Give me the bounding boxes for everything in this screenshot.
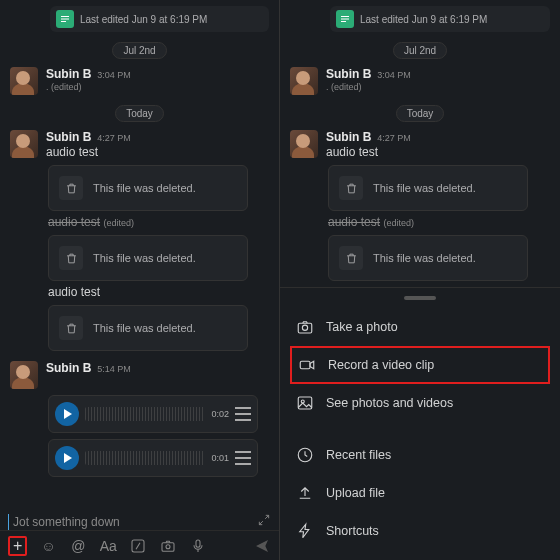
sender-name[interactable]: Subin B	[46, 361, 91, 375]
svg-point-2	[166, 544, 170, 548]
mention-icon[interactable]: @	[69, 537, 87, 555]
svg-rect-3	[196, 540, 200, 547]
attachment-sheet: Take a photo Record a video clip See pho…	[280, 287, 560, 560]
last-edited-banner: Last edited Jun 9 at 6:19 PM	[50, 6, 269, 32]
expand-icon[interactable]	[257, 513, 271, 530]
last-edited-text: Last edited Jun 9 at 6:19 PM	[80, 14, 207, 25]
play-button[interactable]	[55, 446, 79, 470]
upload-file-option[interactable]: Upload file	[280, 474, 560, 512]
shortcuts-option[interactable]: Shortcuts	[280, 512, 560, 550]
doc-icon	[336, 10, 354, 28]
message-row: Subin B4:27 PM audio test	[0, 126, 279, 159]
sender-name[interactable]: Subin B	[46, 67, 91, 81]
camera-icon[interactable]	[159, 537, 177, 555]
camera-icon	[296, 318, 314, 336]
audio-elapsed: 0:02	[211, 409, 229, 419]
svg-point-5	[302, 325, 307, 330]
message-placeholder: Jot something down	[13, 515, 120, 529]
chat-pane-right: Last edited Jun 9 at 6:19 PM Jul 2nd Sub…	[280, 0, 560, 560]
composer-toolbar: + ☺ @ Aa	[0, 530, 279, 560]
deleted-file-card: This file was deleted.	[48, 305, 248, 351]
doc-icon	[56, 10, 74, 28]
date-divider-today: Today	[0, 105, 279, 122]
message-row: Subin B3:04 PM . (edited)	[0, 63, 279, 95]
svg-rect-7	[298, 397, 312, 409]
sheet-grabber[interactable]	[404, 296, 436, 300]
deleted-file-card: This file was deleted.	[48, 235, 248, 281]
avatar[interactable]	[10, 67, 38, 95]
attach-button[interactable]: +	[8, 536, 27, 556]
message-row: Subin B5:14 PM	[0, 357, 279, 389]
recent-files-option[interactable]: Recent files	[280, 436, 560, 474]
see-photos-option[interactable]: See photos and videos	[280, 384, 560, 422]
audio-elapsed: 0:01	[211, 453, 229, 463]
send-button[interactable]	[253, 537, 271, 555]
deleted-file-text: This file was deleted.	[93, 182, 196, 194]
audio-menu-icon[interactable]	[235, 407, 251, 421]
message-text: audio test	[46, 145, 131, 159]
deleted-file-text: This file was deleted.	[93, 252, 196, 264]
trash-icon	[59, 316, 83, 340]
text-cursor	[8, 514, 9, 530]
sender-name[interactable]: Subin B	[46, 130, 91, 144]
waveform[interactable]	[85, 451, 205, 465]
lightning-icon	[296, 522, 314, 540]
last-edited-banner: Last edited Jun 9 at 6:19 PM	[330, 6, 550, 32]
format-icon[interactable]: Aa	[99, 537, 117, 555]
trash-icon	[59, 246, 83, 270]
message-text: . (edited)	[46, 82, 131, 92]
video-icon	[298, 356, 316, 374]
avatar[interactable]	[10, 361, 38, 389]
message-text-edited: audio test (edited)	[0, 215, 279, 229]
emoji-icon[interactable]: ☺	[39, 537, 57, 555]
message-time: 5:14 PM	[97, 364, 131, 374]
waveform[interactable]	[85, 407, 205, 421]
date-divider-jul2: Jul 2nd	[0, 42, 279, 59]
message-input[interactable]: Jot something down	[8, 513, 271, 530]
take-photo-option[interactable]: Take a photo	[280, 308, 560, 346]
clock-icon	[296, 446, 314, 464]
upload-icon	[296, 484, 314, 502]
message-time: 4:27 PM	[97, 133, 131, 143]
svg-rect-1	[162, 542, 174, 551]
audio-menu-icon[interactable]	[235, 451, 251, 465]
play-button[interactable]	[55, 402, 79, 426]
audio-clip[interactable]: 0:02	[48, 395, 258, 433]
record-video-option[interactable]: Record a video clip	[290, 346, 550, 384]
svg-rect-6	[300, 361, 310, 369]
deleted-file-text: This file was deleted.	[93, 322, 196, 334]
trash-icon	[59, 176, 83, 200]
chat-pane-left: Last edited Jun 9 at 6:19 PM Jul 2nd Sub…	[0, 0, 280, 560]
message-text: audio test	[0, 285, 279, 299]
deleted-file-card: This file was deleted.	[48, 165, 248, 211]
slash-icon[interactable]	[129, 537, 147, 555]
audio-clip[interactable]: 0:01	[48, 439, 258, 477]
mic-icon[interactable]	[189, 537, 207, 555]
message-time: 3:04 PM	[97, 70, 131, 80]
avatar[interactable]	[10, 130, 38, 158]
gallery-icon	[296, 394, 314, 412]
